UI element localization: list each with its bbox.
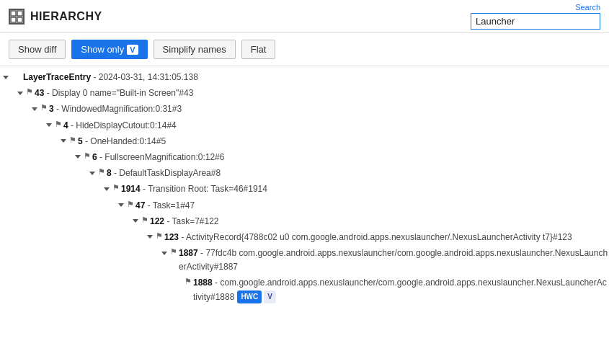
node-desc: - Task=7#122 — [166, 216, 218, 226]
flat-button[interactable]: Flat — [241, 40, 276, 59]
pin-icon: ⚑ — [185, 275, 192, 288]
node-text: 1914 - Transition Root: Task=46#1914 — [121, 182, 267, 196]
expand-button[interactable] — [130, 216, 141, 227]
node-id: 1887 — [179, 248, 198, 258]
pin-icon: ⚑ — [170, 246, 177, 259]
pin-icon: ⚑ — [69, 134, 76, 147]
node-desc: - Transition Root: Task=46#1914 — [143, 184, 267, 194]
expand-button[interactable] — [14, 87, 26, 99]
pin-icon: ⚑ — [84, 150, 91, 163]
pin-icon: ⚑ — [26, 86, 33, 99]
tree-row[interactable]: ⚑ 122 - Task=7#122 — [0, 213, 609, 229]
show-only-button[interactable]: Show only V — [71, 40, 147, 59]
node-text: 6 - FullscreenMagnification:0:12#6 — [92, 150, 224, 164]
page-title: HIERARCHY — [30, 10, 102, 23]
tree-row[interactable]: ⚑ 47 - Task=1#47 — [0, 197, 609, 213]
pin-icon: ⚑ — [127, 198, 134, 211]
node-id: 6 — [92, 152, 97, 162]
arrow-down-icon — [89, 172, 95, 175]
tree-row[interactable]: ⚑ 123 - ActivityRecord{4788c02 u0 com.go… — [0, 229, 609, 245]
arrow-down-icon — [3, 76, 9, 79]
expand-button[interactable] — [101, 183, 112, 195]
svg-rect-1 — [17, 11, 22, 16]
arrow-down-icon — [133, 219, 138, 223]
header: HIERARCHY Search — [0, 0, 609, 33]
arrow-down-icon — [17, 92, 23, 95]
show-diff-button[interactable]: Show diff — [9, 40, 66, 59]
node-text: 43 - Display 0 name="Built-in Screen"#43 — [35, 86, 193, 100]
simplify-names-button[interactable]: Simplify names — [154, 40, 236, 59]
arrow-down-icon — [104, 187, 110, 191]
node-text: 1887 - 77fdc4b com.google.android.apps.n… — [179, 246, 609, 274]
arrow-down-icon — [75, 155, 81, 159]
arrow-down-icon — [147, 235, 153, 239]
svg-rect-2 — [11, 17, 16, 22]
node-id: 8 — [107, 168, 112, 178]
expand-button[interactable] — [43, 120, 55, 131]
node-desc: - DefaultTaskDisplayArea#8 — [114, 168, 221, 178]
tree-row[interactable]: ⚑ 43 - Display 0 name="Built-in Screen"#… — [0, 85, 609, 101]
node-id: 3 — [49, 104, 54, 114]
arrow-down-icon — [118, 203, 124, 207]
tree-row[interactable]: ⚑ 1888 - com.google.android.apps.nexusla… — [0, 275, 609, 304]
node-desc: - 2024-03-31, 14:31:05.138 — [93, 72, 197, 82]
tree-row[interactable]: ⚑ 4 - HideDisplayCutout:0:14#4 — [0, 117, 609, 133]
node-id: 5 — [78, 136, 83, 146]
arrow-down-icon — [46, 123, 52, 127]
expand-button[interactable] — [58, 136, 69, 147]
tree-container: LayerTraceEntry - 2024-03-31, 14:31:05.1… — [0, 66, 609, 364]
tree-row[interactable]: ⚑ 8 - DefaultTaskDisplayArea#8 — [0, 165, 609, 181]
expand-button[interactable] — [0, 71, 12, 83]
node-id: 43 — [35, 88, 44, 98]
node-id: LayerTraceEntry — [23, 72, 91, 82]
search-input[interactable] — [471, 13, 600, 30]
node-text: 122 - Task=7#122 — [150, 214, 219, 228]
arrow-down-icon — [161, 252, 167, 255]
expand-button[interactable] — [144, 231, 156, 243]
node-desc: - Display 0 name="Built-in Screen"#43 — [47, 88, 194, 98]
node-text: 123 - ActivityRecord{4788c02 u0 com.goog… — [164, 230, 572, 244]
tree-row[interactable]: ⚑ 1887 - 77fdc4b com.google.android.apps… — [0, 245, 609, 275]
pin-icon: ⚑ — [40, 102, 48, 115]
tree-row[interactable]: ⚑ 3 - WindowedMagnification:0:31#3 — [0, 101, 609, 117]
node-text: 5 - OneHanded:0:14#5 — [78, 134, 166, 148]
arrow-down-icon — [32, 107, 37, 111]
expand-button[interactable] — [86, 167, 98, 179]
node-text: 8 - DefaultTaskDisplayArea#8 — [107, 166, 221, 180]
node-text: LayerTraceEntry - 2024-03-31, 14:31:05.1… — [23, 70, 198, 84]
svg-rect-0 — [11, 11, 16, 16]
tree-row[interactable]: ⚑ 6 - FullscreenMagnification:0:12#6 — [0, 149, 609, 165]
show-only-badge: V — [127, 45, 138, 55]
pin-icon: ⚑ — [141, 214, 148, 227]
expand-button[interactable] — [115, 200, 127, 211]
node-text: 4 - HideDisplayCutout:0:14#4 — [63, 118, 177, 133]
hwc-badge: HWC — [237, 290, 262, 303]
header-left: HIERARCHY — [9, 9, 102, 25]
pin-icon: ⚑ — [112, 182, 120, 195]
tree-row[interactable]: ⚑ 1914 - Transition Root: Task=46#1914 — [0, 181, 609, 197]
search-label: Search — [575, 3, 600, 12]
node-id: 1914 — [121, 184, 141, 194]
pin-icon: ⚑ — [55, 118, 62, 131]
node-desc: - HideDisplayCutout:0:14#4 — [71, 120, 177, 130]
node-text: 47 - Task=1#47 — [135, 198, 195, 213]
expand-button[interactable] — [159, 247, 170, 259]
node-text: 3 - WindowedMagnification:0:31#3 — [49, 102, 182, 116]
node-desc: - WindowedMagnification:0:31#3 — [56, 104, 182, 114]
node-id: 123 — [164, 232, 179, 242]
tree-row[interactable]: LayerTraceEntry - 2024-03-31, 14:31:05.1… — [0, 69, 609, 85]
expand-button[interactable] — [29, 103, 40, 115]
node-id: 47 — [135, 200, 145, 210]
toolbar: Show diff Show only V Simplify names Fla… — [0, 33, 609, 66]
svg-rect-3 — [17, 17, 22, 22]
show-only-label: Show only — [81, 44, 124, 55]
pin-icon: ⚑ — [98, 166, 105, 179]
node-desc: - OneHanded:0:14#5 — [85, 136, 166, 146]
node-desc: - Task=1#47 — [148, 200, 195, 210]
v-badge: V — [264, 290, 276, 303]
arrow-down-icon — [61, 139, 66, 143]
node-text: 1888 - com.google.android.apps.nexuslaun… — [193, 275, 609, 303]
tree-row[interactable]: ⚑ 5 - OneHanded:0:14#5 — [0, 133, 609, 149]
node-id: 4 — [63, 120, 68, 130]
expand-button[interactable] — [72, 151, 84, 163]
